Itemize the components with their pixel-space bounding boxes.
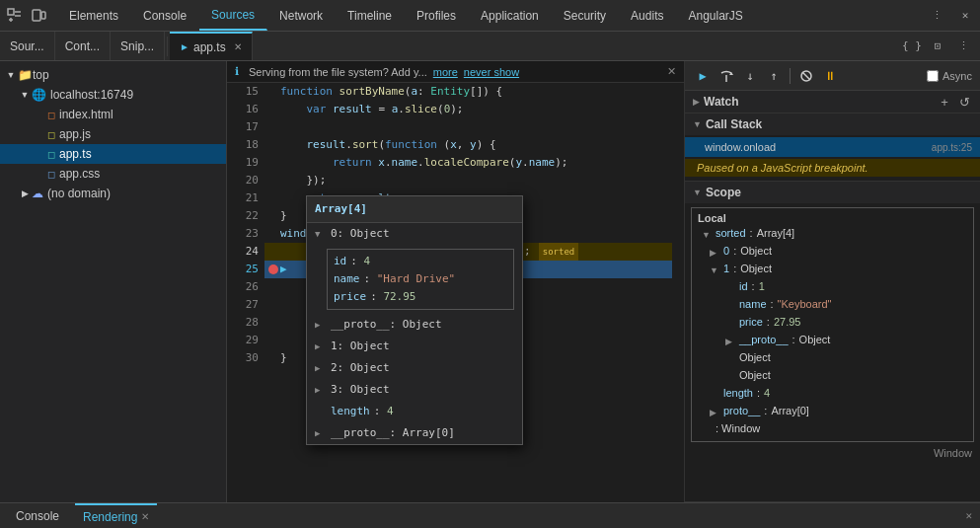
device-icon[interactable]	[28, 5, 49, 27]
css-file-icon: ◻	[47, 169, 55, 180]
tooltip-item-2[interactable]: ▶ 2: Object	[307, 357, 522, 379]
inspect-icon[interactable]	[4, 5, 26, 27]
tooltip-arrow-2: ▶	[315, 359, 327, 377]
tab-timeline[interactable]: Timeline	[336, 0, 405, 31]
bp-message: Paused on a JavaScript breakpoint.	[685, 159, 980, 177]
watch-refresh-btn[interactable]: ↺	[956, 94, 972, 110]
code-line-20: });	[264, 172, 672, 189]
scope-section-header[interactable]: ▼ Scope	[685, 182, 980, 203]
scope-length-val: 4	[764, 387, 770, 399]
bottom-tab-rendering[interactable]: Rendering ✕	[75, 503, 157, 528]
scope-title: Scope	[706, 186, 741, 199]
tree-item-localhost[interactable]: ▼ 🌐 localhost:16749	[0, 85, 226, 105]
tree-item-no-domain[interactable]: ▶ ☁ (no domain)	[0, 184, 226, 203]
async-checkbox[interactable]	[927, 70, 939, 82]
scope-arr-proto-key: proto__	[723, 405, 760, 416]
tab-profiles[interactable]: Profiles	[405, 0, 469, 31]
tab-network[interactable]: Network	[267, 0, 336, 31]
ln-30: 30	[227, 349, 259, 367]
scope-proto[interactable]: ▶ __proto__:Object	[694, 333, 971, 350]
tab-audits[interactable]: Audits	[619, 0, 676, 31]
sub-tab-sources[interactable]: Sour...	[0, 32, 55, 60]
pretty-print-icon[interactable]: ⊡	[927, 36, 948, 57]
ln-27: 27	[227, 296, 259, 314]
step-into-btn[interactable]: ↓	[740, 66, 760, 86]
tooltip-item-3[interactable]: ▶ 3: Object	[307, 379, 522, 401]
tab-security[interactable]: Security	[552, 0, 619, 31]
bp-15	[268, 87, 278, 97]
nav-more-dots[interactable]: ⋮	[924, 9, 950, 22]
scope-name-val: "Keyboard"	[778, 298, 832, 310]
tree-item-index-html[interactable]: ◻ index.html	[0, 105, 226, 124]
bottom-bar: Console Rendering ✕ ✕	[0, 502, 980, 528]
callstack-section-header[interactable]: ▼ Call Stack	[685, 113, 980, 135]
ln-28: 28	[227, 314, 259, 332]
step-out-btn[interactable]: ↑	[764, 66, 784, 86]
main-content: ▼ 📁 top ▼ 🌐 localhost:16749 ◻ index.html…	[0, 61, 980, 502]
scope-name-arrow	[725, 301, 739, 311]
file-tab-app-ts[interactable]: ► app.ts ✕	[170, 32, 253, 60]
tab-sources[interactable]: Sources	[199, 0, 267, 31]
scope-item-1[interactable]: ▼ 1:Object	[694, 262, 971, 279]
sidebar: ▼ 📁 top ▼ 🌐 localhost:16749 ◻ index.html…	[0, 61, 227, 502]
debug-separator	[790, 68, 791, 84]
code-scrollbar[interactable]	[672, 83, 684, 502]
bottom-close-all-btn[interactable]: ✕	[965, 509, 972, 522]
variable-tooltip: Array[4] ▼ 0: Object id: 4 name: "Hard D…	[306, 195, 523, 445]
scope-price-arrow	[725, 319, 739, 329]
scope-item-0[interactable]: ▶ 0:Object	[694, 244, 971, 262]
tooltip-arrow-proto: ▶	[315, 316, 327, 334]
code-lines[interactable]: function sortByName(a: Entity[]) { var r…	[264, 83, 672, 502]
format-icon[interactable]: { }	[901, 36, 923, 57]
pause-exception-btn[interactable]: ⏸	[820, 66, 840, 86]
tree-item-top[interactable]: ▼ 📁 top	[0, 65, 226, 85]
ln-25: 25	[227, 261, 259, 278]
ln-20: 20	[227, 172, 259, 189]
detach-icon[interactable]: ✕	[954, 5, 976, 27]
sub-tab-snippets[interactable]: Snip...	[111, 32, 165, 60]
async-label: Async	[942, 70, 972, 82]
tab-application[interactable]: Application	[469, 0, 552, 31]
watch-add-btn[interactable]: +	[937, 94, 952, 110]
resume-btn[interactable]: ▶	[693, 66, 713, 86]
bottom-tab-close[interactable]: ✕	[141, 511, 149, 522]
svg-rect-5	[33, 10, 40, 21]
callstack-section: ▼ Call Stack window.onload app.ts:25 Pau…	[685, 113, 980, 182]
sub-tab-content[interactable]: Cont...	[55, 32, 111, 60]
tab-elements[interactable]: Elements	[57, 0, 131, 31]
tree-item-app-ts[interactable]: ◻ app.ts	[0, 144, 226, 164]
watch-section-header[interactable]: ▶ Watch + ↺	[685, 91, 980, 113]
tab-angularjs[interactable]: AngularJS	[676, 0, 755, 31]
sorted-return-label: sorted	[539, 243, 579, 261]
ts-file-icon: ◻	[47, 149, 55, 160]
step-over-btn[interactable]	[716, 66, 736, 86]
more-icon[interactable]: ⋮	[952, 36, 974, 57]
tooltip-item-arr-proto[interactable]: ▶ __proto__: Array[0]	[307, 422, 522, 444]
sub-tabs-bar: Sour... Cont... Snip... ► app.ts ✕ { } ⊡…	[0, 32, 980, 61]
deactivate-btn[interactable]	[796, 66, 816, 86]
notif-never-link[interactable]: never show	[464, 66, 519, 78]
tooltip-arrow-1: ▶	[315, 338, 327, 355]
tooltip-item-proto[interactable]: ▶ __proto__: Object	[307, 314, 522, 336]
sub-tab-actions: { } ⊡ ⋮	[895, 36, 980, 57]
notif-text: Serving from the file system? Add y...	[249, 66, 427, 78]
notif-more-link[interactable]: more	[433, 66, 458, 78]
file-tab-close[interactable]: ✕	[234, 41, 242, 52]
scope-obj2: Object	[694, 368, 971, 386]
tree-item-app-js[interactable]: ◻ app.js	[0, 124, 226, 144]
tooltip-item-1[interactable]: ▶ 1: Object	[307, 336, 522, 357]
code-line-18: result.sort(function (x, y) {	[264, 136, 672, 154]
tooltip-arrow-3: ▶	[315, 381, 327, 399]
watch-actions: + ↺	[937, 94, 972, 110]
scope-sorted[interactable]: ▼ sorted:Array[4]	[694, 226, 971, 244]
scope-arr-proto[interactable]: ▶ proto__:Array[0]	[694, 404, 971, 421]
tab-console[interactable]: Console	[131, 0, 199, 31]
scope-name-key: name	[739, 298, 767, 310]
svg-rect-0	[8, 9, 14, 15]
tooltip-item-0[interactable]: ▼ 0: Object	[307, 223, 522, 245]
callstack-item-window-onload[interactable]: window.onload app.ts:25	[685, 137, 980, 157]
notif-close-btn[interactable]: ✕	[667, 65, 676, 78]
tree-item-app-css[interactable]: ◻ app.css	[0, 164, 226, 184]
callstack-file-ref: app.ts:25	[932, 142, 972, 153]
bottom-tab-console[interactable]: Console	[8, 503, 67, 528]
